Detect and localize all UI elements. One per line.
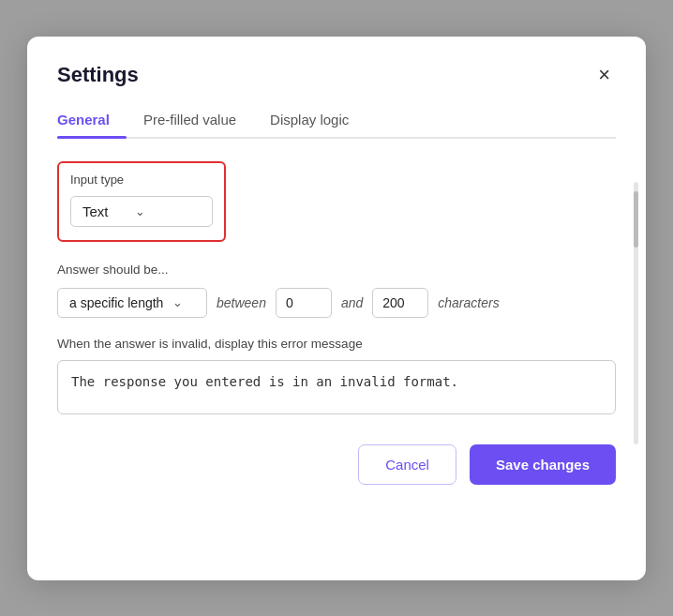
modal-header: Settings × xyxy=(57,63,616,87)
modal-footer: Cancel Save changes xyxy=(57,444,616,485)
input-type-label: Input type xyxy=(70,173,213,187)
max-value-input[interactable] xyxy=(372,288,428,318)
between-label: between xyxy=(217,295,266,310)
close-button[interactable]: × xyxy=(592,63,616,87)
length-dropdown[interactable]: a specific length ⌄ xyxy=(57,288,207,318)
min-value-input[interactable] xyxy=(276,288,332,318)
characters-label: characters xyxy=(438,295,499,310)
save-changes-button[interactable]: Save changes xyxy=(470,444,616,485)
error-message-input[interactable]: The response you entered is in an invali… xyxy=(57,360,616,414)
chevron-down-icon: ⌄ xyxy=(135,204,145,218)
modal-title: Settings xyxy=(57,63,139,87)
tab-display-logic[interactable]: Display logic xyxy=(270,104,366,137)
scrollbar-thumb[interactable] xyxy=(634,191,638,248)
length-option-value: a specific length xyxy=(69,295,163,310)
scrollbar-track xyxy=(634,182,638,444)
answer-row: a specific length ⌄ between and characte… xyxy=(57,288,616,318)
error-message-label: When the answer is invalid, display this… xyxy=(57,337,616,351)
tab-general[interactable]: General xyxy=(57,104,127,137)
answer-label: Answer should be... xyxy=(57,263,616,277)
and-label: and xyxy=(341,295,363,310)
cancel-button[interactable]: Cancel xyxy=(358,444,456,485)
answer-should-be-section: Answer should be... a specific length ⌄ … xyxy=(57,263,616,318)
tabs-bar: General Pre-filled value Display logic xyxy=(57,104,616,139)
settings-modal: Settings × General Pre-filled value Disp… xyxy=(27,37,646,580)
input-type-section: Input type Text ⌄ xyxy=(57,161,226,242)
error-message-section: When the answer is invalid, display this… xyxy=(57,337,616,418)
chevron-down-icon: ⌄ xyxy=(172,295,183,309)
tab-prefilled-value[interactable]: Pre-filled value xyxy=(143,104,253,137)
input-type-value: Text xyxy=(82,203,109,219)
input-type-dropdown[interactable]: Text ⌄ xyxy=(70,196,213,227)
